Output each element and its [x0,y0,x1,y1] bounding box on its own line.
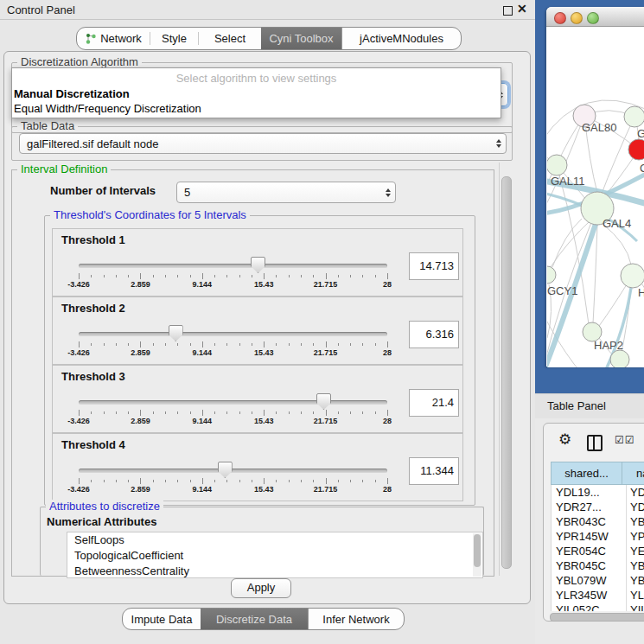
top-tab-bar: Network Style Select Cyni Toolbox jActiv… [76,27,462,50]
columns-icon[interactable] [587,435,603,451]
threshold-label: Threshold 4 [61,438,125,451]
threshold-label: Threshold 1 [61,233,125,246]
node-label: GAL4 [603,217,631,230]
close-icon[interactable]: ✕ [517,2,527,16]
threshold-4-row: Threshold 4 -3.426 2.859 9.144 15.43 21.… [52,433,463,501]
node-bottom[interactable] [610,350,629,367]
zoom-traffic-light[interactable] [587,12,599,24]
popup-hint: Select algorithm to view settings [12,72,501,85]
list-scrollbar[interactable] [473,533,481,577]
network-canvas[interactable]: GAL80 GA C GAL11 GAL4 GCY1 H HAP2 [547,27,644,367]
table-data-combo[interactable]: galFiltered.sif default node [19,133,507,154]
list-item[interactable]: BetweennessCentrality [67,564,482,578]
algorithm-dropdown-popup: Select algorithm to view settings Manual… [11,67,501,118]
tick-label: 21.715 [314,417,338,425]
column-header-shared-name[interactable]: shared... [551,462,622,485]
minimize-traffic-light[interactable] [571,12,583,24]
stepper-icon[interactable] [492,139,506,148]
node-h[interactable] [621,264,644,288]
tick-label: -3.426 [67,280,90,289]
node-label: H [638,286,644,299]
slider-track[interactable] [79,469,387,473]
column-header-name[interactable]: na [622,462,644,485]
tick-label: 21.715 [314,485,338,494]
tick-label: -3.426 [67,417,90,425]
horizontal-scrollbar-thumb[interactable] [550,613,644,622]
node-table: shared... na [551,462,644,485]
table-row[interactable]: YLR345WYLR3 [552,588,644,603]
network-window-titlebar[interactable] [546,7,644,27]
control-panel-titlebar: Control Panel ✕ [0,0,535,20]
table-panel-header: Table Panel [535,393,644,420]
list-item[interactable]: SelfLoops [67,532,482,548]
slider-ticks [79,478,387,485]
tab-discretize-data[interactable]: Discretize Data [201,609,308,629]
table-row[interactable]: YIL052CYIL0 [552,603,644,611]
slider-track[interactable] [79,400,387,405]
node-label: GAL80 [582,121,616,134]
tick-label: 15.43 [254,485,274,494]
table-panel-card: ⚙ ☑☑ shared... na YDL19...YDL1 YDR27...Y… [543,423,644,622]
tab-infer-network[interactable]: Infer Network [309,609,404,629]
checkboxes-icon[interactable]: ☑☑ [615,434,635,446]
tick-label: 2.859 [131,348,150,357]
tick-label: 28 [383,417,392,425]
table-row[interactable]: YDL19...YDL1 [552,485,644,500]
popup-item-equal-width-frequency[interactable]: Equal Width/Frequency Discretization [14,102,201,115]
slider-ticks [79,410,387,417]
node-label: GA [637,127,644,140]
tick-label: 2.859 [131,280,150,289]
group-title: Interval Definition [17,163,111,175]
threshold-value-field[interactable]: 14.713 [409,252,459,280]
panel-title: Control Panel [7,3,75,16]
panel-scrollbar-thumb[interactable] [501,176,512,569]
node-gal11[interactable] [547,155,567,175]
close-traffic-light[interactable] [554,12,566,24]
tab-network[interactable]: Network [77,28,150,49]
threshold-3-row: Threshold 3 -3.426 2.859 9.144 15.43 21.… [52,365,463,433]
threshold-value-field[interactable]: 11.344 [409,457,459,485]
tick-label: 28 [383,348,392,357]
group-title: Threshold's Coordinates for 5 Intervals [50,208,250,221]
table-row[interactable]: YPR145WYPR1 [552,529,644,544]
table-data-group: Table Data galFiltered.sif default node [11,126,513,161]
apply-button[interactable]: Apply [231,578,291,598]
slider-ticks [79,273,387,280]
slider-thumb[interactable] [169,325,183,341]
tick-label: -3.426 [67,485,90,494]
tab-jactivemnodules[interactable]: jActiveMNodules [342,28,461,49]
slider-track[interactable] [79,264,387,268]
table-row[interactable]: YDR27...YDR2 [552,500,644,514]
list-item[interactable]: TopologicalCoefficient [67,548,482,564]
threshold-value-field[interactable]: 21.4 [409,389,459,417]
table-rows: YDL19...YDL1 YDR27...YDR2 YBR043CYBR0 YP… [551,485,644,611]
table-row[interactable]: YBR043CYBR0 [552,514,644,529]
popup-item-manual-discretization[interactable]: Manual Discretization [14,87,130,100]
tab-cyni-toolbox[interactable]: Cyni Toolbox [261,28,341,49]
slider-thumb[interactable] [218,462,233,478]
tab-select[interactable]: Select [199,28,261,49]
node-ga[interactable] [624,106,644,127]
tab-style[interactable]: Style [150,28,198,49]
node-red-selected[interactable] [628,139,644,160]
group-title: Table Data [17,119,78,132]
table-row[interactable]: YBR045CYBR0 [552,558,644,573]
table-row[interactable]: YER054CYER0 [552,544,644,558]
slider-thumb[interactable] [316,393,331,410]
tick-label: 21.715 [314,348,338,357]
tick-label: 15.43 [254,348,274,357]
tab-impute-data[interactable]: Impute Data [123,609,201,629]
tick-label: 9.144 [193,417,213,425]
slider-track[interactable] [79,332,387,336]
numerical-attributes-list: SelfLoops TopologicalCoefficient Between… [67,532,483,578]
tick-label: 15.43 [254,417,274,425]
table-row[interactable]: YBL079WYBL0 [552,573,644,588]
gear-icon[interactable]: ⚙ [558,430,571,448]
node-gcy1[interactable] [547,266,556,284]
number-of-intervals-combo[interactable]: 5 [176,182,396,203]
slider-thumb[interactable] [251,257,265,273]
interval-definition-group: Interval Definition Number of Intervals … [11,169,494,577]
threshold-value-field[interactable]: 6.316 [409,321,459,348]
stepper-icon[interactable] [381,188,395,197]
float-window-icon[interactable] [503,6,513,16]
